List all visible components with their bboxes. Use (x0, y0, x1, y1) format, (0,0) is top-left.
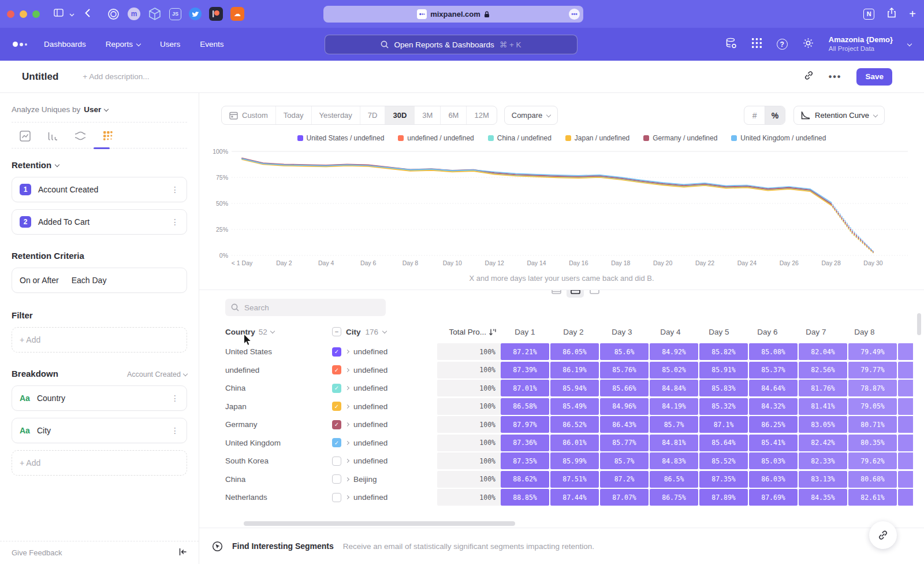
retention-chart[interactable]: 100%75%50%25%0%< 1 DayDay 2Day 4Day 6Day… (206, 146, 916, 272)
retention-cell[interactable]: 85.66% (600, 380, 649, 396)
retention-cell[interactable]: 85.94% (550, 380, 599, 396)
retention-step-1[interactable]: 1Account Created⋮ (12, 177, 187, 202)
retention-cell[interactable]: 87.89% (699, 489, 748, 506)
range-today[interactable]: Today (275, 106, 311, 124)
retention-cell[interactable]: 83.13% (799, 471, 847, 488)
table-row[interactable]: undefined✓undefined100%87.39%86.19%85.76… (225, 361, 924, 380)
expand-chevron-icon[interactable] (345, 386, 349, 390)
retention-cell[interactable]: 87.01% (501, 380, 549, 396)
retention-cell[interactable]: 78.87% (848, 380, 897, 396)
range-6m[interactable]: 6M (440, 106, 466, 124)
legend-item[interactable]: Japan / undefined (565, 134, 629, 142)
retention-cell[interactable]: 85.52% (699, 452, 748, 469)
retention-cell[interactable]: 88.85% (501, 489, 549, 506)
breakdown-scope-select[interactable]: Account Created (127, 370, 187, 379)
day-column-header[interactable]: Day 7 (792, 328, 840, 336)
row-checkbox[interactable]: ✓ (332, 347, 341, 357)
cube-extension-icon[interactable] (148, 7, 162, 21)
retention-criteria-card[interactable]: On or After Each Day (12, 268, 187, 293)
retention-cell[interactable]: 87.21% (501, 343, 549, 360)
minimize-window-button[interactable] (20, 10, 27, 18)
day-column-header[interactable]: Day 6 (743, 328, 792, 336)
kebab-menu-icon[interactable]: ⋮ (171, 217, 179, 227)
row-checkbox[interactable]: ✓ (332, 438, 341, 447)
retention-cell[interactable]: 87.69% (749, 489, 798, 506)
close-window-button[interactable] (7, 10, 14, 18)
retention-cell[interactable]: 84.32% (749, 398, 798, 415)
day-column-header[interactable]: Day 5 (695, 328, 743, 336)
retention-cell[interactable]: 79.49% (848, 343, 897, 360)
row-checkbox[interactable]: ✓ (332, 402, 341, 411)
retention-cell[interactable]: 85.83% (699, 380, 748, 396)
chevron-down-icon[interactable] (69, 9, 74, 19)
retention-cell[interactable]: 87.97% (501, 416, 549, 433)
retention-cell[interactable]: 88.62% (501, 471, 549, 488)
retention-cell[interactable]: 85.77% (600, 435, 649, 451)
address-bar[interactable]: mixpanel.com ••• (323, 6, 583, 23)
breakdown-item-city[interactable]: AaCity⋮ (12, 418, 187, 443)
retention-cell[interactable]: 84.84% (650, 380, 698, 396)
patreon-extension-icon[interactable] (209, 7, 223, 21)
retention-cell[interactable]: 83.05% (799, 416, 847, 433)
expand-chevron-icon[interactable] (345, 459, 349, 463)
retention-cell[interactable]: 87.35% (501, 452, 549, 469)
collapse-sidebar-icon[interactable] (178, 548, 187, 558)
retention-cell[interactable]: 80.68% (848, 471, 897, 488)
retention-cell[interactable]: 85.02% (650, 362, 698, 379)
tab-funnels[interactable] (46, 129, 59, 142)
nav-item-reports[interactable]: Reports (106, 40, 140, 49)
chart-only-view-button[interactable] (547, 290, 565, 298)
retention-cell[interactable]: 87.36% (501, 435, 549, 451)
table-row[interactable]: South Koreaundefined100%87.35%85.99%85.7… (225, 452, 924, 470)
retention-cell[interactable]: 79.62% (848, 452, 897, 469)
split-view-button[interactable] (567, 290, 584, 298)
criteria-on-or-after[interactable]: On or After (20, 276, 59, 285)
retention-cell[interactable]: 85.99% (550, 452, 599, 469)
back-icon[interactable] (85, 9, 90, 20)
retention-cell[interactable]: 85.03% (749, 452, 798, 469)
legend-item[interactable]: China / undefined (488, 134, 552, 142)
retention-cell[interactable]: 80.71% (848, 416, 897, 433)
add-description[interactable]: + Add description... (83, 72, 149, 81)
retention-cell[interactable]: 86.5% (650, 471, 698, 488)
retention-cell[interactable]: 85.37% (749, 362, 798, 379)
retention-cell[interactable]: 85.7% (600, 452, 649, 469)
legend-item[interactable]: United Kingdom / undefined (731, 134, 826, 142)
retention-cell[interactable]: 81.41% (799, 398, 847, 415)
retention-cell[interactable]: 87.2% (600, 471, 649, 488)
retention-cell[interactable]: 85.91% (699, 362, 748, 379)
retention-cell[interactable]: 84.19% (650, 398, 698, 415)
retention-cell[interactable]: 82.04% (799, 343, 847, 360)
total-column-header[interactable]: Total Pro... (436, 328, 501, 336)
retention-step-2[interactable]: 2Added To Cart⋮ (12, 209, 187, 235)
retention-cell[interactable]: 86.05% (550, 343, 599, 360)
format-number-button[interactable]: # (744, 106, 765, 124)
country-column-header[interactable]: Country 52 (225, 328, 332, 336)
retention-cell[interactable]: 85.76% (600, 362, 649, 379)
tab-flows[interactable] (74, 129, 87, 142)
retention-cell[interactable]: 84.35% (799, 489, 847, 506)
kebab-menu-icon[interactable]: ⋮ (171, 185, 179, 194)
retention-cell[interactable]: 86.52% (550, 416, 599, 433)
city-select-all-checkbox[interactable]: − (332, 327, 341, 336)
day-column-header[interactable]: Day 4 (646, 328, 695, 336)
share-link-fab[interactable] (869, 521, 897, 549)
find-segments-link[interactable]: Find Interesting Segments (232, 541, 334, 551)
series-line[interactable] (242, 159, 831, 205)
retention-cell[interactable]: 86.43% (600, 416, 649, 433)
row-checkbox[interactable]: ✓ (332, 365, 341, 374)
table-only-view-button[interactable] (586, 290, 603, 298)
tab-retention[interactable] (102, 129, 114, 142)
range-yesterday[interactable]: Yesterday (311, 106, 360, 124)
retention-cell[interactable]: 87.44% (550, 489, 599, 506)
row-checkbox[interactable]: ✓ (332, 384, 341, 393)
table-row[interactable]: Netherlandsundefined100%88.85%87.44%87.0… (225, 488, 924, 507)
new-tab-icon[interactable]: + (909, 8, 916, 21)
retention-cell[interactable]: 84.83% (650, 452, 698, 469)
row-checkbox[interactable] (332, 474, 341, 484)
table-row[interactable]: China✓undefined100%87.01%85.94%85.66%84.… (225, 379, 924, 398)
retention-cell[interactable]: 86.03% (749, 471, 798, 488)
retention-cell[interactable]: 81.76% (799, 380, 847, 396)
chart-type-select[interactable]: Retention Curve (793, 106, 885, 125)
retention-cell[interactable]: 84.92% (650, 343, 698, 360)
